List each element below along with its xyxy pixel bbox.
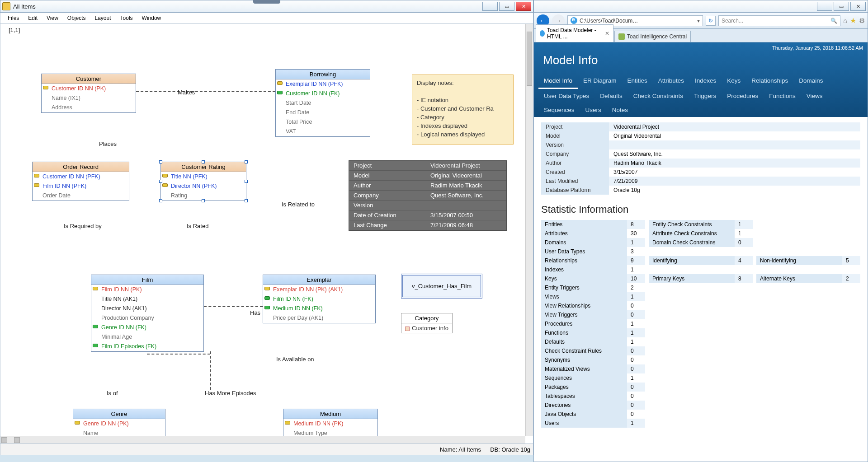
stat-val: 1 bbox=[627, 319, 645, 328]
entity-header: Customer bbox=[42, 74, 136, 84]
menu-files[interactable]: Files bbox=[3, 14, 24, 23]
nav-users[interactable]: Users bbox=[580, 103, 607, 117]
entity-film[interactable]: Film Film ID NN (PK) Title NN (AK1) Dire… bbox=[91, 275, 204, 352]
nav-sequences[interactable]: Sequences bbox=[538, 103, 580, 117]
stat-val: 1 bbox=[735, 229, 753, 238]
menu-tools[interactable]: Tools bbox=[116, 14, 137, 23]
settings-icon[interactable]: ⚙ bbox=[859, 17, 865, 25]
entity-medium[interactable]: Medium Medium ID NN (PK) Medium Type bbox=[283, 409, 378, 439]
window-grip[interactable] bbox=[253, 0, 280, 4]
stat-key: Materialized Views bbox=[541, 364, 627, 373]
stat-val: 1 bbox=[627, 238, 645, 247]
nav-triggers[interactable]: Triggers bbox=[689, 89, 722, 103]
browser-tab-active[interactable]: Toad Data Modeler - HTML ...✕ bbox=[536, 24, 613, 42]
home-icon[interactable]: ⌂ bbox=[843, 17, 847, 24]
close-button[interactable]: ✕ bbox=[850, 2, 866, 11]
vertical-scrollbar[interactable] bbox=[525, 24, 533, 436]
nav-procedures[interactable]: Procedures bbox=[722, 89, 764, 103]
minimize-button[interactable]: — bbox=[817, 2, 832, 11]
close-tab-icon[interactable]: ✕ bbox=[605, 30, 609, 37]
menu-edit[interactable]: Edit bbox=[24, 14, 42, 23]
selection-handle[interactable] bbox=[159, 160, 162, 163]
refresh-button[interactable]: ↻ bbox=[706, 16, 716, 26]
status-db: DB: Oracle 10g bbox=[490, 446, 530, 453]
rel-reqby-line bbox=[0, 69, 1, 137]
entity-genre[interactable]: Genre Genre ID NN (PK) Name bbox=[73, 409, 165, 439]
window-title: All Items bbox=[13, 3, 36, 10]
favorites-icon[interactable]: ★ bbox=[850, 16, 856, 25]
ie-icon bbox=[571, 17, 577, 24]
stat-val: 1 bbox=[627, 265, 645, 274]
browser-tab[interactable]: Toad Intelligence Central bbox=[614, 31, 691, 42]
nav-relationships[interactable]: Relationships bbox=[746, 74, 793, 89]
stat-key: View Triggers bbox=[541, 310, 627, 319]
display-notes[interactable]: Display notes: - IE notation - Customer … bbox=[412, 75, 514, 145]
scroll-button[interactable] bbox=[14, 437, 20, 443]
selection-handle[interactable] bbox=[202, 160, 205, 163]
nav-keys[interactable]: Keys bbox=[722, 74, 746, 89]
search-box[interactable]: Search...🔍 bbox=[718, 15, 840, 26]
stats-grid: Entities8Attributes30Domains1User Data T… bbox=[541, 220, 860, 428]
minimize-button[interactable]: — bbox=[482, 2, 498, 11]
rel-episodes-line2 bbox=[210, 351, 211, 390]
menu-view[interactable]: View bbox=[42, 14, 63, 23]
tab-label: Toad Intelligence Central bbox=[627, 33, 687, 40]
category-box[interactable]: Category Customer info bbox=[401, 313, 453, 333]
attr: Director NN (AK1) bbox=[91, 304, 203, 313]
stats-table-mid: Entity Check Constraints1Attribute Check… bbox=[649, 220, 753, 283]
attr: Title NN (PFK) bbox=[161, 172, 246, 182]
entity-borrowing[interactable]: Borrowing Exemplar ID NN (PFK) Customer … bbox=[275, 69, 370, 137]
stat-key: Tablespaces bbox=[541, 392, 627, 401]
horizontal-scrollbar[interactable] bbox=[0, 436, 525, 443]
stat-val: 2 bbox=[627, 283, 645, 292]
close-button[interactable]: ✕ bbox=[516, 2, 531, 11]
maximize-button[interactable]: ▭ bbox=[499, 2, 514, 11]
nav-notes[interactable]: Notes bbox=[607, 103, 633, 117]
model-meta-box[interactable]: ProjectVideorental Project ModelOriginal… bbox=[349, 160, 507, 231]
nav-domains[interactable]: Domains bbox=[793, 74, 828, 89]
stat-val: 0 bbox=[627, 392, 645, 401]
scroll-button[interactable] bbox=[1, 437, 7, 443]
nav-views[interactable]: Views bbox=[801, 89, 828, 103]
attr: Customer ID NN (PK) bbox=[42, 84, 136, 93]
entity-order-record[interactable]: Order Record Customer ID NN (PFK) Film I… bbox=[32, 162, 129, 201]
notes-line: - Customer and Customer Ra bbox=[417, 104, 509, 113]
entity-exemplar[interactable]: Exemplar Exemplar ID NN (PK) (AK1) Film … bbox=[263, 275, 376, 323]
maximize-button[interactable]: ▭ bbox=[834, 2, 849, 11]
nav-indexes[interactable]: Indexes bbox=[689, 74, 722, 89]
menu-objects[interactable]: Objects bbox=[63, 14, 90, 23]
stat-key: Non-identifying bbox=[756, 256, 842, 265]
stat-key: Relationships bbox=[541, 256, 627, 265]
nav-functions[interactable]: Functions bbox=[764, 89, 801, 103]
selection-handle[interactable] bbox=[245, 199, 248, 202]
rel-label: Has More Episodes bbox=[205, 390, 256, 397]
menu-window[interactable]: Window bbox=[137, 14, 166, 23]
report-nav: Model InfoER DiagramEntitiesAttributesIn… bbox=[534, 74, 868, 117]
nav-check-constraints[interactable]: Check Constraints bbox=[628, 89, 689, 103]
report-body: ProjectVideorental ProjectModelOriginal … bbox=[534, 117, 868, 433]
nav-entities[interactable]: Entities bbox=[622, 74, 653, 89]
entity-customer-rating[interactable]: Customer Rating Title NN (PFK) Director … bbox=[160, 162, 246, 201]
nav-er-diagram[interactable]: ER Diagram bbox=[578, 74, 622, 89]
entity-customer[interactable]: Customer Customer ID NN (PK) Name (IX1) … bbox=[41, 74, 136, 113]
view-customer-has-film[interactable]: v_Customer_Has_Film bbox=[401, 274, 482, 299]
selection-handle[interactable] bbox=[159, 199, 162, 202]
selection-handle[interactable] bbox=[245, 180, 248, 183]
stat-key: Defaults bbox=[541, 337, 627, 346]
scrollbar-thumb[interactable] bbox=[527, 32, 532, 86]
nav-attributes[interactable]: Attributes bbox=[653, 74, 689, 89]
stat-val: 0 bbox=[735, 238, 753, 247]
diagram-canvas[interactable]: [1,1] Customer Customer ID NN (PK) Name … bbox=[0, 24, 533, 455]
attr: Director NN (PFK) bbox=[161, 182, 246, 191]
selection-handle[interactable] bbox=[245, 160, 248, 163]
stat-val: 1 bbox=[627, 328, 645, 337]
selection-handle[interactable] bbox=[202, 199, 205, 202]
notes-line: - IE notation bbox=[417, 96, 509, 104]
nav-defaults[interactable]: Defaults bbox=[594, 89, 628, 103]
selection-handle[interactable] bbox=[159, 180, 162, 183]
menu-layout[interactable]: Layout bbox=[90, 14, 116, 23]
nav-model-info[interactable]: Model Info bbox=[538, 74, 578, 89]
nav-user-data-types[interactable]: User Data Types bbox=[538, 89, 594, 103]
stat-val: 3 bbox=[627, 247, 645, 256]
browser-titlebar[interactable]: — ▭ ✕ bbox=[533, 0, 868, 13]
